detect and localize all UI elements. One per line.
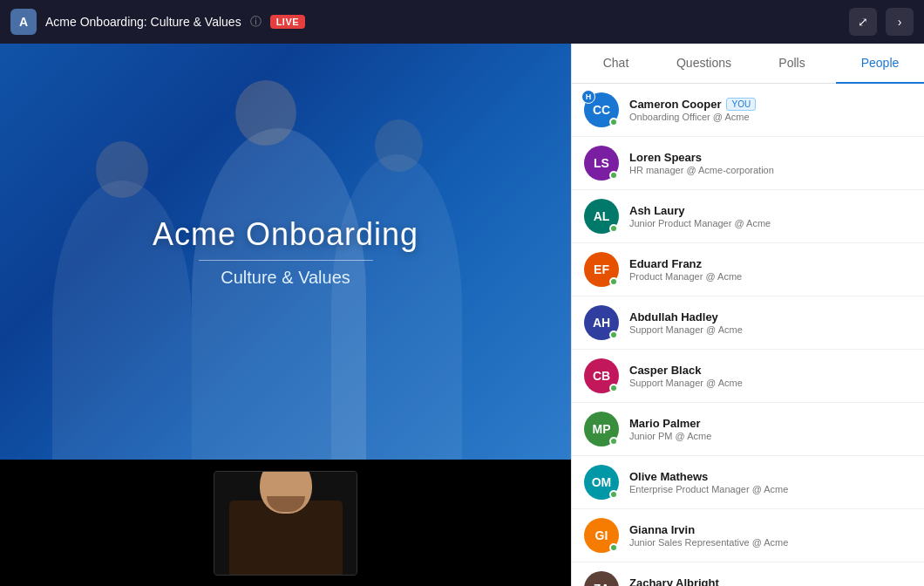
person-role: Junior Product Manager @ Acme	[629, 218, 912, 228]
next-icon: ›	[898, 15, 902, 29]
person-role: Support Manager @ Acme	[629, 324, 912, 335]
next-button[interactable]: ›	[886, 8, 914, 36]
person-role: Product Manager @ Acme	[629, 271, 912, 282]
avatar-wrap: H CC	[584, 92, 619, 127]
person-name: Gianna Irvin	[629, 523, 912, 536]
online-status-dot	[609, 490, 618, 499]
person-info: Eduard Franz Product Manager @ Acme	[629, 257, 912, 282]
person-info: Casper Black Support Manager @ Acme	[629, 364, 912, 388]
avatar-wrap: CB	[584, 358, 619, 393]
person-name: Mario Palmer	[629, 417, 912, 430]
video-main-title: Acme Onboarding	[153, 216, 418, 253]
tab-people[interactable]: People	[836, 44, 924, 84]
online-status-dot	[609, 224, 618, 233]
person-info: Gianna Irvin Junior Sales Representative…	[629, 523, 912, 548]
video-thumbnail-area	[0, 460, 571, 586]
online-status-dot	[609, 543, 618, 552]
self-view-thumbnail	[214, 471, 357, 576]
person-info: Ash Laury Junior Product Manager @ Acme	[629, 204, 912, 228]
online-status-dot	[609, 330, 618, 339]
online-status-dot	[609, 118, 618, 126]
host-icon: H	[581, 90, 595, 104]
right-panel: Chat Questions Polls People H CC Cameron…	[571, 44, 924, 586]
person-role: Support Manager @ Acme	[629, 378, 912, 388]
online-status-dot	[609, 277, 618, 286]
person-info: Loren Spears HR manager @ Acme-corporati…	[629, 151, 912, 175]
session-title: Acme Onboarding: Culture & Values	[45, 15, 241, 29]
app-avatar: A	[10, 9, 37, 35]
person-info: Mario Palmer Junior PM @ Acme	[629, 417, 912, 441]
person-info: Zachary Albright Business Developer @ Ac…	[629, 576, 912, 586]
person-info: Olive Mathews Enterprise Product Manager…	[629, 470, 912, 494]
avatar-wrap: MP	[584, 412, 619, 446]
video-text-overlay: Acme Onboarding Culture & Values	[0, 44, 571, 460]
expand-button[interactable]: ⤢	[849, 8, 877, 36]
main-layout: Acme Onboarding Culture & Values	[0, 44, 924, 586]
online-status-dot	[609, 437, 618, 446]
tab-questions[interactable]: Questions	[660, 44, 748, 84]
people-list: H CC Cameron Cooper YOU Onboarding Offic…	[572, 84, 924, 586]
avatar-wrap: ZA	[584, 571, 619, 586]
expand-icon: ⤢	[858, 15, 868, 29]
person-name: Ash Laury	[629, 204, 912, 217]
live-badge: LIVE	[270, 15, 305, 29]
online-status-dot	[609, 384, 618, 392]
info-icon[interactable]: ⓘ	[250, 14, 262, 30]
person-item[interactable]: H CC Cameron Cooper YOU Onboarding Offic…	[572, 84, 924, 137]
person-item[interactable]: ZA Zachary Albright Business Developer @…	[572, 562, 924, 586]
person-item[interactable]: AH Abdullah Hadley Support Manager @ Acm…	[572, 296, 924, 350]
avatar: ZA	[584, 571, 619, 586]
person-info: Cameron Cooper YOU Onboarding Officer @ …	[629, 98, 912, 122]
person-role: Junior PM @ Acme	[629, 431, 912, 441]
person-name: Casper Black	[629, 364, 912, 377]
person-name: Eduard Franz	[629, 257, 912, 270]
avatar-wrap: AL	[584, 199, 619, 234]
person-item[interactable]: CB Casper Black Support Manager @ Acme	[572, 350, 924, 403]
you-badge: YOU	[726, 98, 756, 111]
online-status-dot	[609, 171, 618, 180]
person-role: Junior Sales Representative @ Acme	[629, 537, 912, 548]
person-name: Zachary Albright	[629, 576, 912, 586]
video-main: Acme Onboarding Culture & Values	[0, 44, 571, 460]
tab-chat[interactable]: Chat	[572, 44, 660, 84]
person-item[interactable]: EF Eduard Franz Product Manager @ Acme	[572, 243, 924, 296]
person-name: Olive Mathews	[629, 470, 912, 483]
person-item[interactable]: LS Loren Spears HR manager @ Acme-corpor…	[572, 137, 924, 190]
person-role: Onboarding Officer @ Acme	[629, 112, 912, 122]
video-subtitle: Culture & Values	[221, 268, 350, 288]
video-divider	[199, 260, 373, 261]
person-info: Abdullah Hadley Support Manager @ Acme	[629, 310, 912, 335]
person-name: Cameron Cooper YOU	[629, 98, 912, 111]
person-role: Enterprise Product Manager @ Acme	[629, 484, 912, 494]
person-item[interactable]: OM Olive Mathews Enterprise Product Mana…	[572, 456, 924, 509]
person-name: Loren Spears	[629, 151, 912, 164]
avatar-wrap: OM	[584, 465, 619, 500]
video-area: Acme Onboarding Culture & Values	[0, 44, 571, 586]
person-item[interactable]: MP Mario Palmer Junior PM @ Acme	[572, 403, 924, 456]
tab-polls[interactable]: Polls	[748, 44, 836, 84]
avatar-wrap: GI	[584, 518, 619, 553]
person-item[interactable]: AL Ash Laury Junior Product Manager @ Ac…	[572, 190, 924, 243]
tab-bar: Chat Questions Polls People	[572, 44, 924, 84]
person-name: Abdullah Hadley	[629, 310, 912, 324]
person-role: HR manager @ Acme-corporation	[629, 165, 912, 175]
avatar-wrap: LS	[584, 146, 619, 181]
header: A Acme Onboarding: Culture & Values ⓘ LI…	[0, 0, 924, 44]
avatar-wrap: EF	[584, 252, 619, 287]
avatar-wrap: AH	[584, 305, 619, 340]
person-item[interactable]: GI Gianna Irvin Junior Sales Representat…	[572, 509, 924, 562]
